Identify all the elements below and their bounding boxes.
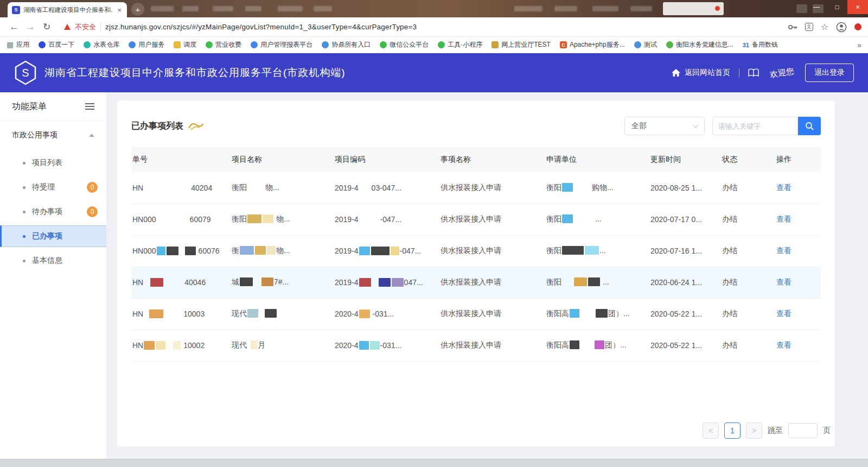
bookmark-item[interactable]: 用户管理报表平台 <box>251 40 312 49</box>
sidebar-item-done[interactable]: 已办事项 <box>0 225 106 247</box>
search-input[interactable] <box>712 117 798 135</box>
bookmark-favicon-icon <box>206 41 213 48</box>
bookmark-item[interactable]: 调度 <box>174 40 196 49</box>
redaction-gap <box>580 347 594 348</box>
bookmark-item[interactable]: CApache+php服务... <box>560 40 625 49</box>
cell-item_name: 供水报装接入申请 <box>439 204 545 235</box>
bookmark-item[interactable]: 工具·小程序 <box>438 40 482 49</box>
security-warning-icon <box>64 24 71 30</box>
cell-order_no: HN40046 <box>131 267 231 298</box>
cell-text: 现代 <box>232 309 247 318</box>
redaction-gap <box>359 222 380 222</box>
view-link[interactable]: 查看 <box>776 214 792 223</box>
redaction-block <box>251 340 257 349</box>
redaction-gap <box>164 285 184 285</box>
cell-updated_at: 2020-08-25 1... <box>649 172 721 204</box>
home-icon <box>671 68 681 77</box>
chevron-down-icon <box>693 122 699 128</box>
background-artifact <box>554 6 577 11</box>
cell-project_name: 衡阳物... <box>231 172 334 204</box>
platform-logo: S <box>14 60 37 85</box>
bookmark-item[interactable]: 网上营业厅TEST <box>492 40 551 49</box>
column-header: 申请单位 <box>545 147 649 172</box>
bookmark-favicon-icon <box>492 41 499 48</box>
bookmark-item[interactable]: 百度一下 <box>39 40 74 49</box>
reload-button[interactable]: ↻ <box>39 21 54 33</box>
sidebar-item-todo[interactable]: 待办事项0 <box>0 201 106 223</box>
sidebar-item-pending-accept[interactable]: 待受理0 <box>0 176 106 198</box>
bookmark-item[interactable]: 测试 <box>634 40 657 49</box>
cell-status: 办结 <box>721 330 775 361</box>
cell-text: 月 <box>258 340 265 349</box>
page-jump-input[interactable] <box>788 423 818 438</box>
tab-close-icon[interactable]: × <box>116 6 123 14</box>
bookmark-item[interactable]: 水表仓库 <box>84 40 119 49</box>
sidebar-item-project-list[interactable]: 项目列表 <box>0 152 106 174</box>
page-number-button[interactable]: 1 <box>724 422 741 439</box>
bookmark-item[interactable]: ▦应用 <box>7 40 29 49</box>
cell-applicant: 衡阳高团）... <box>545 298 649 330</box>
cell-project_name: 现代月 <box>231 330 334 361</box>
sidebar-section-municipal[interactable]: 市政公用事项 <box>0 121 106 149</box>
view-link[interactable]: 查看 <box>776 277 792 286</box>
cell-action: 查看 <box>775 204 821 235</box>
page-unit-label: 页 <box>823 426 831 436</box>
cell-order_no: HN00060076 <box>131 235 231 267</box>
logout-button[interactable]: 退出登录 <box>805 64 854 82</box>
translate-icon[interactable]: 文 <box>805 23 813 31</box>
cell-updated_at: 2020-07-17 0... <box>649 204 721 235</box>
cell-item_name: 供水报装接入申请 <box>439 172 545 204</box>
redaction-gap <box>166 348 173 348</box>
redaction-block <box>359 278 371 287</box>
cell-text: 办结 <box>722 214 737 223</box>
main-layout: 功能菜单 市政公用事项 项目列表待受理0待办事项0已办事项基本信息 已办事项列表 <box>0 92 868 459</box>
prev-page-button[interactable]: < <box>703 422 719 439</box>
bookmark-label: 应用 <box>16 40 29 49</box>
cell-text: 办结 <box>722 246 737 255</box>
cell-text: 40204 <box>191 184 212 192</box>
view-link[interactable]: 查看 <box>776 246 792 255</box>
cell-text: 40046 <box>184 278 206 287</box>
address-bar[interactable]: 不安全 zjsz.hunanjs.gov.cn/szjcs/#/yzMainPa… <box>61 20 781 35</box>
next-page-button[interactable]: > <box>746 422 762 439</box>
bookmark-item[interactable]: 衡阳水务党建信息... <box>666 40 733 49</box>
forward-button[interactable]: → <box>23 22 38 33</box>
close-button[interactable]: × <box>847 0 868 14</box>
redaction-block <box>240 277 253 286</box>
cell-order_no: HN00060079 <box>131 204 231 235</box>
bookmark-star-icon[interactable]: ☆ <box>821 22 828 32</box>
view-link[interactable]: 查看 <box>776 183 792 192</box>
update-badge[interactable] <box>854 23 861 30</box>
cell-text: 衡阳高 <box>546 340 569 349</box>
cell-text: 现代 <box>232 340 247 349</box>
bookmarks-overflow-icon[interactable]: » <box>857 41 861 49</box>
search-button[interactable] <box>798 117 821 135</box>
bookmark-label: 备用数钱 <box>752 40 778 49</box>
bookmark-item[interactable]: 微信公众平台 <box>380 40 429 49</box>
bookmark-item[interactable]: 协鼎所有入口 <box>322 40 371 49</box>
home-link[interactable]: 返回网站首页 <box>671 68 730 78</box>
maximize-button[interactable]: □ <box>827 0 847 14</box>
bookmark-item[interactable]: 31备用数钱 <box>743 40 778 49</box>
minimize-button[interactable]: — <box>806 0 827 14</box>
new-tab-button[interactable]: + <box>131 3 144 16</box>
redaction-block <box>263 214 273 223</box>
status-filter-select[interactable]: 全部 <box>624 117 705 135</box>
table-row: HN00060076衡物...2019-4-047...供水报装接入申请衡阳..… <box>131 235 821 267</box>
profile-icon[interactable] <box>836 22 847 33</box>
cell-text: 供水报装接入申请 <box>441 246 501 255</box>
cell-action: 查看 <box>775 235 821 267</box>
bookmark-item[interactable]: 营业收费 <box>206 40 241 49</box>
back-button[interactable]: ← <box>7 22 22 33</box>
bookmark-label: 用户服务 <box>138 40 164 49</box>
key-icon[interactable] <box>788 24 797 30</box>
view-link[interactable]: 查看 <box>776 340 792 349</box>
menu-toggle-icon[interactable] <box>85 103 94 110</box>
bookmark-item[interactable]: 用户服务 <box>129 40 164 49</box>
browser-tab[interactable]: S 湖南省工程建设项目中介服务和... × <box>8 2 127 17</box>
redaction-block <box>173 341 181 350</box>
sidebar-item-basic-info[interactable]: 基本信息 <box>0 250 106 272</box>
view-link[interactable]: 查看 <box>776 309 792 318</box>
bookmark-favicon-icon <box>84 41 91 48</box>
bookmark-label: 营业收费 <box>215 40 241 49</box>
